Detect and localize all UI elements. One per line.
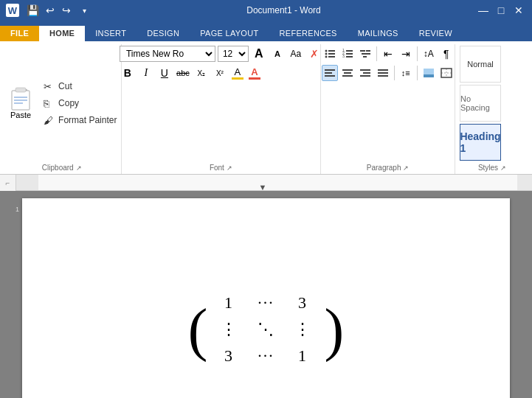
svg-rect-22 bbox=[366, 53, 370, 55]
font-name-select[interactable]: Times New Ro bbox=[120, 46, 215, 62]
bold-button[interactable]: B bbox=[120, 65, 136, 81]
align-right-button[interactable] bbox=[357, 65, 373, 81]
ruler-corner[interactable]: ⌐ bbox=[0, 175, 16, 191]
paragraph-row2: ↕≡ bbox=[322, 65, 455, 81]
svg-rect-26 bbox=[342, 69, 353, 71]
text-color-bar bbox=[249, 77, 260, 80]
page-indicator: 1 bbox=[15, 206, 19, 213]
underline-button[interactable]: U bbox=[156, 65, 173, 81]
style-no-spacing[interactable]: No Spacing bbox=[460, 85, 501, 122]
matrix-left-bracket: ( bbox=[188, 300, 208, 359]
document-page[interactable]: ( 1 ··· 3 ⋮ ⋱ ⋮ 3 ··· 1 ) bbox=[22, 198, 510, 398]
save-button[interactable]: 💾 bbox=[25, 3, 40, 18]
tab-insert[interactable]: INSERT bbox=[85, 26, 137, 41]
document-area: 1 ( 1 ··· 3 ⋮ ⋱ ⋮ 3 ··· 1 ) bbox=[0, 191, 532, 398]
tab-design[interactable]: DESIGN bbox=[137, 26, 190, 41]
font-size-select[interactable]: 12 bbox=[218, 46, 249, 62]
highlight-icon: A bbox=[235, 66, 241, 77]
svg-rect-2 bbox=[15, 88, 26, 92]
change-case-button[interactable]: Aa bbox=[288, 46, 304, 62]
strikethrough-button[interactable]: abc bbox=[175, 65, 191, 81]
tab-review[interactable]: REVIEW bbox=[409, 26, 463, 41]
style-heading1[interactable]: Heading 1 bbox=[460, 124, 501, 161]
font-group: Times New Ro 12 A A Aa ✗ B I U abc X₂ X²… bbox=[122, 44, 322, 174]
svg-rect-7 bbox=[328, 50, 335, 52]
minimize-button[interactable]: — bbox=[476, 3, 491, 18]
text-highlight-button[interactable]: A bbox=[230, 65, 245, 81]
matrix-cell-r2c3: ⋮ bbox=[294, 320, 312, 339]
quick-access-dropdown[interactable]: ▾ bbox=[77, 3, 91, 18]
paste-button[interactable]: Paste bbox=[4, 83, 38, 123]
svg-rect-18 bbox=[360, 50, 365, 52]
svg-rect-27 bbox=[344, 72, 351, 74]
svg-point-6 bbox=[325, 50, 327, 52]
svg-rect-25 bbox=[325, 75, 335, 77]
divider4 bbox=[417, 66, 418, 80]
text-color-button[interactable]: A bbox=[247, 65, 262, 81]
window-controls: — □ ✕ bbox=[476, 3, 526, 18]
matrix-cell-r3c1: 3 bbox=[224, 346, 234, 366]
cut-button[interactable]: ✂ Cut bbox=[41, 79, 120, 94]
clear-format-button[interactable]: ✗ bbox=[306, 46, 322, 62]
line-spacing-button[interactable]: ↕≡ bbox=[398, 65, 414, 81]
tab-references[interactable]: REFERENCES bbox=[269, 26, 348, 41]
document-title: Document1 - Word bbox=[94, 5, 473, 15]
svg-rect-5 bbox=[14, 102, 23, 104]
quick-access-toolbar: 💾 ↩ ↪ ▾ bbox=[25, 3, 91, 18]
paragraph-row1: 1.2.3. ⇤ ⇥ ↕A ¶ bbox=[322, 46, 455, 62]
font-shrink-button[interactable]: A bbox=[269, 46, 286, 62]
subscript-button[interactable]: X₂ bbox=[193, 65, 210, 81]
matrix-cell-r3c2: ··· bbox=[258, 346, 274, 366]
svg-rect-3 bbox=[14, 97, 27, 98]
svg-rect-9 bbox=[328, 53, 335, 55]
close-button[interactable]: ✕ bbox=[511, 3, 526, 18]
format-painter-icon: 🖌 bbox=[44, 115, 55, 126]
style-normal[interactable]: Normal bbox=[460, 46, 501, 83]
align-left-button[interactable] bbox=[322, 65, 338, 81]
show-marks-button[interactable]: ¶ bbox=[438, 46, 455, 62]
styles-label: Styles ↗ bbox=[460, 162, 525, 174]
redo-button[interactable]: ↪ bbox=[59, 3, 74, 18]
paste-label: Paste bbox=[10, 111, 31, 119]
font-row2: B I U abc X₂ X² A A bbox=[120, 65, 262, 81]
maximize-button[interactable]: □ bbox=[494, 3, 508, 18]
tab-marker: ▼ bbox=[259, 183, 266, 190]
borders-button[interactable] bbox=[438, 65, 455, 81]
styles-expand-icon[interactable]: ↗ bbox=[500, 164, 506, 172]
copy-button[interactable]: ⎘ Copy bbox=[41, 96, 120, 111]
shading-button[interactable] bbox=[421, 65, 437, 81]
bullets-button[interactable] bbox=[322, 46, 338, 62]
increase-indent-button[interactable]: ⇥ bbox=[398, 46, 414, 62]
ribbon-tabs: FILE HOME INSERT DESIGN PAGE LAYOUT REFE… bbox=[0, 21, 532, 41]
sort-button[interactable]: ↕A bbox=[421, 46, 437, 62]
matrix-right-bracket: ) bbox=[325, 300, 345, 359]
matrix-cell-r1c2: ··· bbox=[258, 293, 274, 313]
tab-pagelayout[interactable]: PAGE LAYOUT bbox=[190, 26, 269, 41]
tab-file[interactable]: FILE bbox=[0, 26, 39, 41]
ruler: ▼ bbox=[16, 175, 532, 190]
paragraph-expand-icon[interactable]: ↗ bbox=[403, 164, 409, 172]
justify-button[interactable] bbox=[375, 65, 391, 81]
superscript-button[interactable]: X² bbox=[212, 65, 228, 81]
italic-button[interactable]: I bbox=[138, 65, 154, 81]
clipboard-expand-icon[interactable]: ↗ bbox=[76, 164, 82, 172]
format-painter-button[interactable]: 🖌 Format Painter bbox=[41, 113, 120, 128]
matrix-display: ( 1 ··· 3 ⋮ ⋱ ⋮ 3 ··· 1 ) bbox=[188, 290, 344, 369]
decrease-indent-button[interactable]: ⇤ bbox=[380, 46, 396, 62]
numbering-button[interactable]: 1.2.3. bbox=[339, 46, 356, 62]
undo-button[interactable]: ↩ bbox=[43, 3, 58, 18]
svg-rect-30 bbox=[363, 72, 370, 74]
title-bar: W 💾 ↩ ↪ ▾ Document1 - Word — □ ✕ bbox=[0, 0, 532, 21]
tab-mailings[interactable]: MAILINGS bbox=[348, 26, 409, 41]
font-expand-icon[interactable]: ↗ bbox=[227, 164, 232, 172]
font-label: Font ↗ bbox=[126, 162, 317, 174]
align-center-button[interactable] bbox=[339, 65, 356, 81]
svg-rect-17 bbox=[346, 56, 353, 57]
multilevel-button[interactable] bbox=[357, 46, 373, 62]
font-grow-button[interactable]: A bbox=[251, 46, 267, 62]
cut-icon: ✂ bbox=[44, 81, 55, 92]
svg-text:3.: 3. bbox=[342, 54, 345, 58]
tab-home[interactable]: HOME bbox=[39, 26, 85, 41]
text-color-icon: A bbox=[251, 66, 258, 77]
clipboard-label: Clipboard ↗ bbox=[7, 162, 117, 174]
